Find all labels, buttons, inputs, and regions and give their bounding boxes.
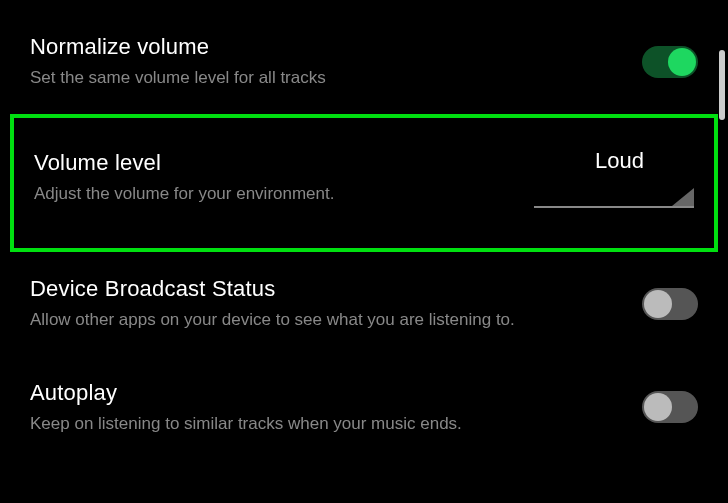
volume-level-row[interactable]: Volume level Adjust the volume for your … — [10, 114, 718, 252]
setting-text: Normalize volume Set the same volume lev… — [30, 34, 642, 90]
slider-triangle-icon — [672, 188, 694, 206]
toggle-knob — [644, 393, 672, 421]
autoplay-description: Keep on listening to similar tracks when… — [30, 412, 622, 436]
setting-text: Autoplay Keep on listening to similar tr… — [30, 380, 642, 436]
autoplay-row[interactable]: Autoplay Keep on listening to similar tr… — [0, 356, 728, 460]
volume-level-description: Adjust the volume for your environment. — [34, 182, 504, 206]
slider-baseline — [534, 206, 694, 208]
toggle-knob — [668, 48, 696, 76]
volume-level-dropdown[interactable]: Loud — [524, 148, 694, 208]
volume-slider-icon — [534, 188, 694, 208]
autoplay-title: Autoplay — [30, 380, 622, 406]
autoplay-toggle[interactable] — [642, 391, 698, 423]
settings-list: Normalize volume Set the same volume lev… — [0, 0, 728, 469]
device-broadcast-description: Allow other apps on your device to see w… — [30, 308, 622, 332]
volume-level-value: Loud — [595, 148, 644, 174]
device-broadcast-title: Device Broadcast Status — [30, 276, 622, 302]
normalize-volume-title: Normalize volume — [30, 34, 622, 60]
scrollbar[interactable] — [719, 50, 725, 120]
setting-text: Device Broadcast Status Allow other apps… — [30, 276, 642, 332]
normalize-volume-description: Set the same volume level for all tracks — [30, 66, 622, 90]
device-broadcast-toggle[interactable] — [642, 288, 698, 320]
volume-level-title: Volume level — [34, 150, 504, 176]
normalize-volume-toggle[interactable] — [642, 46, 698, 78]
device-broadcast-row[interactable]: Device Broadcast Status Allow other apps… — [0, 252, 728, 356]
setting-text: Volume level Adjust the volume for your … — [34, 150, 524, 206]
normalize-volume-row[interactable]: Normalize volume Set the same volume lev… — [0, 10, 728, 114]
toggle-knob — [644, 290, 672, 318]
